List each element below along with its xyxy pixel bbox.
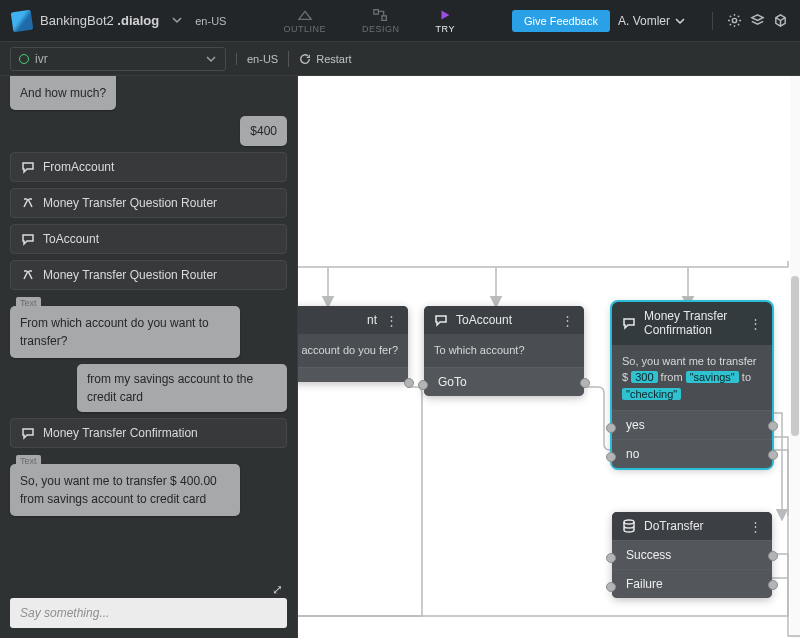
chat-scroll[interactable]: Text And how much? $400 FromAccount Mone… bbox=[0, 76, 297, 588]
node-body-text: to bbox=[739, 371, 751, 383]
mode-design[interactable]: DESIGN bbox=[356, 6, 406, 36]
port-out[interactable] bbox=[404, 378, 414, 388]
port-out[interactable] bbox=[768, 580, 778, 590]
bot-message: Text So, you want me to transfer $ 400.0… bbox=[10, 464, 240, 516]
node-body: account do you fer? bbox=[298, 334, 408, 367]
user-menu[interactable]: A. Vomler bbox=[618, 14, 686, 28]
message-tag: Text bbox=[16, 76, 41, 81]
chat-input[interactable] bbox=[10, 598, 287, 628]
node-row-label: Success bbox=[626, 548, 671, 562]
user-message-text: $400 bbox=[250, 124, 277, 138]
node-title: DoTransfer bbox=[644, 519, 741, 533]
trace-item[interactable]: Money Transfer Question Router bbox=[10, 188, 287, 218]
refresh-icon bbox=[299, 53, 311, 65]
chevron-down-icon bbox=[674, 16, 686, 26]
speech-icon bbox=[21, 160, 35, 174]
user-message-text: from my savings account to the credit ca… bbox=[87, 372, 253, 404]
speech-icon bbox=[622, 316, 636, 330]
node-menu-icon[interactable]: ⋮ bbox=[749, 520, 762, 533]
message-tag: Text bbox=[16, 297, 41, 311]
node-body: To which account? bbox=[424, 334, 584, 367]
bot-message-text: From which account do you want to transf… bbox=[20, 316, 209, 348]
node-dotransfer[interactable]: DoTransfer ⋮ Success Failure bbox=[612, 512, 772, 598]
node-row-no[interactable]: no bbox=[612, 439, 772, 468]
port-in[interactable] bbox=[418, 380, 428, 390]
chat-panel: Text And how much? $400 FromAccount Mone… bbox=[0, 76, 298, 638]
node-menu-icon[interactable]: ⋮ bbox=[561, 314, 574, 327]
bot-message: Text And how much? bbox=[10, 76, 116, 110]
trace-item[interactable]: Money Transfer Question Router bbox=[10, 260, 287, 290]
cube-icon[interactable] bbox=[773, 13, 788, 28]
node-row-label: GoTo bbox=[438, 375, 467, 389]
trace-label: Money Transfer Confirmation bbox=[43, 426, 198, 440]
dialog-canvas[interactable]: nt ⋮ account do you fer? ToAccount ⋮ To … bbox=[298, 76, 800, 638]
mode-try-label: TRY bbox=[436, 24, 455, 34]
port-in[interactable] bbox=[606, 452, 616, 462]
node-confirmation[interactable]: Money Transfer Confirmation ⋮ So, you wa… bbox=[612, 302, 772, 468]
node-menu-icon[interactable]: ⋮ bbox=[385, 314, 398, 327]
port-out[interactable] bbox=[768, 551, 778, 561]
trace-item[interactable]: ToAccount bbox=[10, 224, 287, 254]
token-amount: 300 bbox=[631, 371, 657, 383]
token-to: "checking" bbox=[622, 388, 681, 400]
user-message: $400 bbox=[240, 116, 287, 146]
port-out[interactable] bbox=[580, 378, 590, 388]
router-icon bbox=[21, 268, 35, 282]
port-in[interactable] bbox=[606, 553, 616, 563]
node-title: Money Transfer Confirmation bbox=[644, 309, 741, 338]
trace-label: FromAccount bbox=[43, 160, 114, 174]
speech-icon bbox=[21, 232, 35, 246]
speech-icon bbox=[21, 426, 35, 440]
divider bbox=[712, 12, 713, 30]
node-row-success[interactable]: Success bbox=[612, 540, 772, 569]
node-row-failure[interactable]: Failure bbox=[612, 569, 772, 598]
node-row[interactable] bbox=[298, 367, 408, 382]
gear-icon[interactable] bbox=[727, 13, 742, 28]
node-menu-icon[interactable]: ⋮ bbox=[749, 317, 762, 330]
trace-label: ToAccount bbox=[43, 232, 99, 246]
mode-try[interactable]: TRY bbox=[430, 6, 461, 36]
design-icon bbox=[373, 8, 389, 22]
trace-item[interactable]: Money Transfer Confirmation bbox=[10, 418, 287, 448]
mode-design-label: DESIGN bbox=[362, 24, 400, 34]
node-row-label: yes bbox=[626, 418, 645, 432]
channel-name: ivr bbox=[35, 52, 205, 66]
mode-outline-label: OUTLINE bbox=[284, 24, 327, 34]
status-dot-icon bbox=[19, 54, 29, 64]
trace-item[interactable]: FromAccount bbox=[10, 152, 287, 182]
channel-select[interactable]: ivr bbox=[10, 47, 226, 71]
node-row-label: no bbox=[626, 447, 639, 461]
node-title: ToAccount bbox=[456, 313, 553, 327]
outline-icon bbox=[297, 8, 313, 22]
speech-icon bbox=[434, 313, 448, 327]
svg-point-3 bbox=[624, 520, 634, 524]
node-row-label: Failure bbox=[626, 577, 663, 591]
bot-message: Text From which account do you want to t… bbox=[10, 306, 240, 358]
port-in[interactable] bbox=[606, 582, 616, 592]
node-toaccount[interactable]: ToAccount ⋮ To which account? GoTo bbox=[424, 306, 584, 396]
layers-icon[interactable] bbox=[750, 13, 765, 28]
mode-outline[interactable]: OUTLINE bbox=[278, 6, 333, 36]
try-locale: en-US bbox=[236, 53, 278, 65]
svg-point-2 bbox=[732, 18, 736, 22]
router-icon bbox=[21, 196, 35, 210]
database-icon bbox=[622, 519, 636, 533]
locale-label: en-US bbox=[195, 15, 226, 27]
user-message: from my savings account to the credit ca… bbox=[77, 364, 287, 412]
play-icon bbox=[437, 8, 453, 22]
svg-rect-0 bbox=[374, 9, 378, 13]
token-from: "savings" bbox=[686, 371, 739, 383]
project-dropdown[interactable] bbox=[167, 15, 187, 27]
node-fromaccount-partial[interactable]: nt ⋮ account do you fer? bbox=[298, 306, 408, 382]
port-in[interactable] bbox=[606, 423, 616, 433]
chevron-down-icon bbox=[205, 54, 217, 64]
node-row-yes[interactable]: yes bbox=[612, 410, 772, 439]
scrollbar-thumb[interactable] bbox=[791, 276, 799, 436]
node-row-goto[interactable]: GoTo bbox=[424, 367, 584, 396]
restart-button[interactable]: Restart bbox=[299, 53, 351, 65]
node-body: So, you want me to transfer $ 300 from "… bbox=[612, 345, 772, 411]
expand-icon[interactable]: ⤢ bbox=[272, 582, 283, 597]
feedback-button[interactable]: Give Feedback bbox=[512, 10, 610, 32]
bot-message-text: And how much? bbox=[20, 86, 106, 100]
canvas-scrollbar[interactable] bbox=[790, 76, 800, 638]
